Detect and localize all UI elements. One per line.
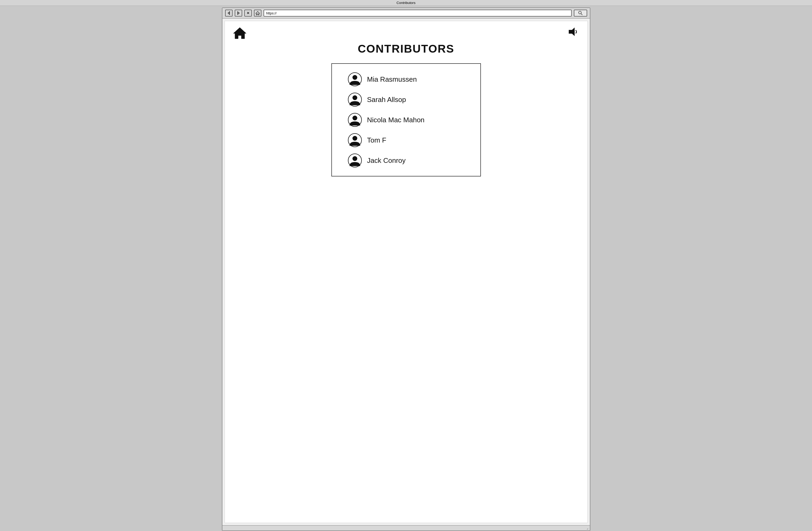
svg-point-7 xyxy=(352,75,357,80)
contributors-list: Mia Rasmussen Sarah Allsop Nicola Mac Ma… xyxy=(348,69,464,171)
volume-icon[interactable] xyxy=(568,26,579,40)
contributor-row: Jack Conroy xyxy=(348,150,464,171)
back-button[interactable] xyxy=(225,10,233,17)
contributor-avatar xyxy=(348,72,362,86)
svg-point-2 xyxy=(579,11,581,14)
contributor-name: Sarah Allsop xyxy=(367,95,406,104)
contributor-row: Sarah Allsop xyxy=(348,89,464,110)
contributor-name: Nicola Mac Mahon xyxy=(367,116,424,124)
svg-marker-5 xyxy=(569,28,575,36)
svg-point-15 xyxy=(352,156,357,161)
svg-point-11 xyxy=(352,116,357,120)
contributor-avatar xyxy=(348,153,362,167)
contributor-row: Tom F xyxy=(348,130,464,150)
svg-marker-4 xyxy=(233,28,246,39)
forward-button[interactable] xyxy=(235,10,242,17)
contributor-row: Nicola Mac Mahon xyxy=(348,110,464,130)
address-bar[interactable] xyxy=(263,10,572,17)
page-title: CONTRIBUTORS xyxy=(358,42,454,55)
browser-window: ✕ xyxy=(222,8,590,531)
svg-line-3 xyxy=(581,14,582,15)
svg-marker-0 xyxy=(228,12,230,14)
os-title-bar: Contributors xyxy=(0,0,812,6)
resize-grip: ⌟ xyxy=(586,526,588,530)
contributor-avatar xyxy=(348,113,362,127)
page-content: CONTRIBUTORS Mia Rasmussen Sarah Allsop xyxy=(224,21,588,523)
contributors-box: Mia Rasmussen Sarah Allsop Nicola Mac Ma… xyxy=(331,63,481,176)
svg-point-9 xyxy=(352,95,357,100)
browser-statusbar: ⌟ xyxy=(222,525,590,530)
contributor-name: Jack Conroy xyxy=(367,157,406,165)
svg-marker-1 xyxy=(238,12,239,14)
svg-point-13 xyxy=(352,136,357,141)
home-nav-button[interactable] xyxy=(254,10,261,17)
contributor-name: Mia Rasmussen xyxy=(367,75,417,84)
search-button[interactable] xyxy=(574,10,587,17)
contributor-name: Tom F xyxy=(367,136,386,144)
home-page-icon[interactable] xyxy=(233,26,247,42)
contributor-row: Mia Rasmussen xyxy=(348,69,464,89)
contributor-avatar xyxy=(348,93,362,106)
contributor-avatar xyxy=(348,133,362,147)
stop-button[interactable]: ✕ xyxy=(244,10,252,17)
browser-toolbar: ✕ xyxy=(222,8,590,19)
